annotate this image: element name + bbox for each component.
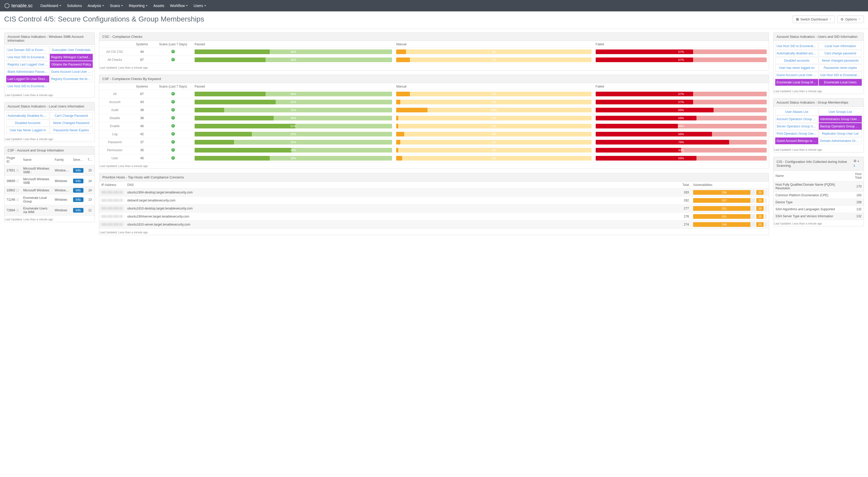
table-row[interactable]: Host Fully Qualified Domain Name (FQDN) …: [773, 181, 864, 192]
vuln-bar[interactable]: 251: [693, 214, 755, 219]
column-header[interactable]: Systems: [130, 83, 154, 90]
table-row[interactable]: Account4341%2%57%: [99, 98, 769, 106]
indicator-pill[interactable]: Never Changed Password: [50, 120, 93, 126]
yellow-bar[interactable]: 2%: [396, 140, 591, 145]
column-header[interactable]: DNS: [125, 182, 676, 189]
severity-badge[interactable]: Info: [73, 179, 84, 183]
indicator-pill[interactable]: User has Never Logged in: [6, 127, 49, 134]
vuln-bar[interactable]: 258: [693, 190, 755, 195]
table-row[interactable]: Device Type158: [773, 199, 864, 206]
indicator-pill[interactable]: Disabled Accounts: [6, 120, 49, 126]
column-header[interactable]: Failed: [594, 83, 769, 90]
vuln-bar[interactable]: 257: [693, 198, 755, 203]
green-bar[interactable]: 51%: [194, 124, 392, 128]
indicator-pill[interactable]: Registry Last Logged User Name Di: [6, 61, 49, 68]
table-row[interactable]: Permission3549%1%50%: [99, 146, 769, 154]
indicator-pill[interactable]: Blank Administrator Password: [6, 68, 49, 75]
nav-item-users[interactable]: Users: [193, 4, 206, 8]
green-bar[interactable]: 20%: [194, 140, 392, 145]
column-header[interactable]: Vulnerabilities: [691, 182, 769, 189]
info-icon[interactable]: ⓘ: [16, 189, 19, 192]
indicator-pill[interactable]: Enumerate Local Users: [819, 79, 862, 86]
switch-dashboard-button[interactable]: ▦ Switch Dashboard: [793, 15, 835, 23]
column-header[interactable]: Name: [21, 155, 53, 165]
column-header[interactable]: IP Address: [99, 182, 125, 189]
table-row[interactable]: Common Platform Enumeration (CPE)163: [773, 192, 864, 199]
indicator-pill[interactable]: Registry Winlogon Cached Passwor: [50, 54, 93, 61]
table-row[interactable]: Log4229%4%68%: [99, 130, 769, 138]
red-bar[interactable]: 57%: [596, 50, 767, 54]
indicator-pill[interactable]: Print Operators Group User List: [775, 130, 818, 137]
severity-badge[interactable]: Info: [73, 188, 84, 193]
yellow-bar[interactable]: 3%: [396, 156, 591, 161]
info-icon[interactable]: ⓘ: [16, 180, 19, 183]
red-bar[interactable]: 50%: [596, 148, 767, 153]
gear-icon[interactable]: ⚙: [854, 159, 857, 163]
column-header[interactable]: Total: [676, 182, 691, 189]
indicator-pill[interactable]: User Groups List: [819, 108, 862, 115]
indicator-pill[interactable]: Registry Enumerate the list of SNMP: [50, 75, 93, 82]
red-bar[interactable]: 57%: [596, 100, 767, 104]
green-bar[interactable]: 38%: [194, 50, 392, 54]
red-bar[interactable]: 69%: [596, 108, 767, 113]
yellow-bar[interactable]: 1%: [396, 116, 591, 120]
severity-badge[interactable]: Info: [73, 168, 84, 173]
table-row[interactable]: 000.000.000.00ubuntu1904server.target.te…: [99, 213, 769, 221]
table-row[interactable]: Audit3915%16%69%: [99, 106, 769, 114]
indicator-pill[interactable]: Domain Administrators Group User L: [819, 137, 862, 144]
table-row[interactable]: 10902ⓘMicrosoft WindowsWindow…Info14: [4, 186, 95, 194]
indicator-pill[interactable]: Never changed passwords: [819, 57, 862, 64]
severity-badge[interactable]: Info: [73, 197, 84, 202]
indicator-pill[interactable]: Obtains the Password Policy: [50, 61, 93, 68]
table-row[interactable]: 71246ⓘEnumerate Local GroupWindowsInfo13: [4, 194, 95, 205]
column-header[interactable]: Systems: [130, 41, 154, 48]
table-row[interactable]: All Checks6736%7%57%: [99, 56, 769, 64]
green-bar[interactable]: 41%: [194, 100, 392, 104]
nav-item-analysis[interactable]: Analysis: [88, 4, 104, 8]
table-row[interactable]: 38689ⓘMicrosoft Windows SMBWindowsInfo14: [4, 176, 95, 186]
indicator-pill[interactable]: Use Domain SID to Enumerate User: [6, 46, 49, 53]
table-row[interactable]: Disable3840%1%59%: [99, 114, 769, 122]
indicator-pill[interactable]: Guest Account Belongs to a Group: [775, 137, 818, 144]
info-icon[interactable]: ⓘ: [16, 169, 19, 172]
indicator-pill[interactable]: Automatically disabled accounts: [775, 50, 818, 57]
nav-item-scans[interactable]: Scans: [110, 4, 123, 8]
brand-logo[interactable]: tenable.sc: [4, 3, 33, 8]
column-header[interactable]: T…: [86, 155, 95, 165]
table-row[interactable]: 000.000.000.00ubuntu1904-desktop.target.…: [99, 189, 769, 196]
indicator-pill[interactable]: Passwords never expire: [819, 64, 862, 71]
vuln-bar[interactable]: 249: [693, 222, 755, 227]
yellow-bar[interactable]: 5%: [396, 50, 591, 54]
indicator-pill[interactable]: Replicator Group User List: [819, 130, 862, 137]
info-icon[interactable]: ⓘ: [16, 209, 19, 212]
green-bar[interactable]: 40%: [194, 116, 392, 120]
indicator-pill[interactable]: Automatically Disabled Accounts: [6, 113, 49, 119]
options-button[interactable]: ⚙ Options: [837, 15, 864, 23]
red-bar[interactable]: 57%: [596, 58, 767, 62]
table-row[interactable]: All6736%7%57%: [99, 90, 769, 98]
column-header[interactable]: Scans (Last 7 Days): [154, 83, 192, 90]
table-row[interactable]: Enable4051%1%48%: [99, 122, 769, 130]
indicator-pill[interactable]: Guessable User Credentials: [50, 46, 93, 53]
indicator-pill[interactable]: Use Host SID to Enumerate Local U: [6, 54, 49, 61]
green-bar[interactable]: 15%: [194, 108, 392, 113]
indicator-pill[interactable]: Use Host SID to Enumerate Local U: [775, 43, 818, 50]
red-bar[interactable]: 59%: [596, 116, 767, 120]
table-row[interactable]: 17651ⓘMicrosoft Windows SMB :Window…Info…: [4, 165, 95, 176]
chevron-down-icon[interactable]: ▾: [858, 160, 859, 163]
red-bar[interactable]: 59%: [596, 156, 767, 161]
table-row[interactable]: SSH Algorithms and Languages Supported13…: [773, 206, 864, 213]
indicator-pill[interactable]: Can't Change Password: [50, 113, 93, 119]
indicator-pill[interactable]: Passwords Never Expires: [50, 127, 93, 134]
indicator-pill[interactable]: Local User Information: [819, 43, 862, 50]
yellow-bar[interactable]: 1%: [396, 124, 591, 128]
column-header[interactable]: Failed: [594, 41, 769, 48]
green-bar[interactable]: 36%: [194, 92, 392, 96]
indicator-pill[interactable]: Guest Account Local User Access: [50, 68, 93, 75]
green-bar[interactable]: 36%: [194, 58, 392, 62]
table-row[interactable]: Password3720%2%78%: [99, 138, 769, 146]
indicator-pill[interactable]: Disabled accounts: [775, 57, 818, 64]
green-bar[interactable]: 49%: [194, 148, 392, 153]
column-header[interactable]: Plugin ID: [4, 155, 21, 165]
severity-badge[interactable]: Info: [73, 208, 84, 213]
